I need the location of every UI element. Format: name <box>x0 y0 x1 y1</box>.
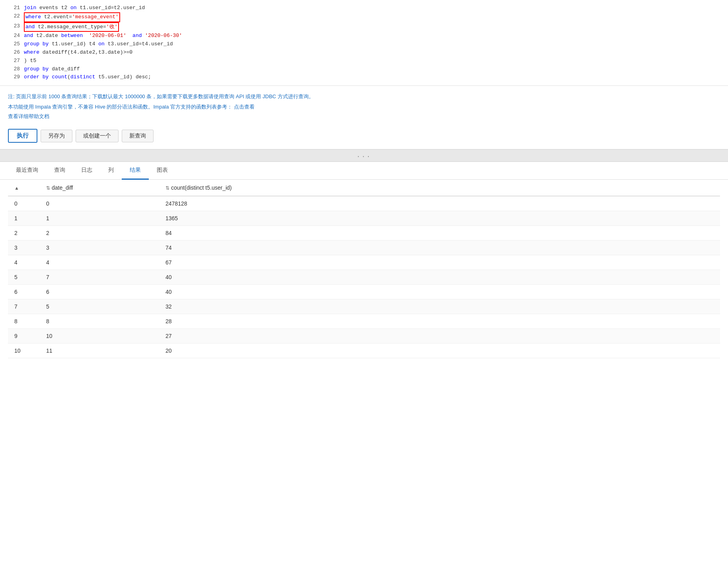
cell-date_diff: 3 <box>40 241 159 255</box>
cell-index: 9 <box>8 329 40 344</box>
sort-icon: ▲ <box>14 185 19 191</box>
column-header-date_diff[interactable]: ⇅date_diff <box>40 180 159 196</box>
cell-date_diff: 4 <box>40 255 159 270</box>
line-content: ) t5 <box>24 57 720 65</box>
tab-结果[interactable]: 结果 <box>122 162 149 180</box>
divider-dots: ... <box>356 152 372 159</box>
line-content: group by t1.user_id) t4 on t3.user_id=t4… <box>24 40 720 49</box>
tab-查询[interactable]: 查询 <box>46 162 73 180</box>
note-line2-text: 本功能使用 Impala 查询引擎，不兼容 Hive 的部分语法和函数。Impa… <box>8 104 232 110</box>
code-line: 27) t5 <box>8 57 720 65</box>
cell-date_diff: 1 <box>40 211 159 226</box>
save-as-button[interactable]: 另存为 <box>41 130 72 142</box>
cell-index: 6 <box>8 285 40 299</box>
table-row: 4467 <box>8 255 720 270</box>
table-row: 6640 <box>8 285 720 299</box>
cell-date_diff: 5 <box>40 299 159 314</box>
line-number: 29 <box>8 73 20 82</box>
code-line: 25group by t1.user_id) t4 on t3.user_id=… <box>8 40 720 49</box>
sort-icon: ⇅ <box>46 185 50 191</box>
cell-date_diff: 7 <box>40 270 159 285</box>
tab-日志[interactable]: 日志 <box>73 162 100 180</box>
resize-divider[interactable]: ... <box>0 149 728 162</box>
table-row: 3374 <box>8 241 720 255</box>
line-number: 22 <box>8 12 20 21</box>
note-line1: 注: 页面只显示前 1000 条查询结果；下载默认最大 1000000 条，如果… <box>8 92 720 101</box>
results-table: ▲⇅date_diff⇅count(distinct t5.user_id) 0… <box>8 180 720 358</box>
cell-index: 2 <box>8 226 40 241</box>
table-row: 7532 <box>8 299 720 314</box>
tab-最近查询[interactable]: 最近查询 <box>8 162 46 180</box>
code-block: 21join events t2 on t1.user_id=t2.user_i… <box>8 4 720 82</box>
impala-functions-link[interactable]: 点击查看 <box>234 104 255 110</box>
cell-date_diff: 8 <box>40 314 159 329</box>
code-line: 26where datediff(t4.date2,t3.date)>=0 <box>8 49 720 57</box>
code-line: 24and t2.date between '2020-06-01' and '… <box>8 32 720 40</box>
note-line2: 本功能使用 Impala 查询引擎，不兼容 Hive 的部分语法和函数。Impa… <box>8 103 720 111</box>
line-content: and t2.date between '2020-06-01' and '20… <box>24 32 720 40</box>
line-number: 25 <box>8 40 20 49</box>
cell-index: 1 <box>8 211 40 226</box>
cell-index: 0 <box>8 196 40 211</box>
line-content: group by date_diff <box>24 65 720 74</box>
code-line: 29order by count(distinct t5.user_id) de… <box>8 73 720 82</box>
code-line: 22where t2.event='message_event' <box>8 12 720 22</box>
cell-count: 74 <box>159 241 720 255</box>
cell-count: 84 <box>159 226 720 241</box>
table-row: 101120 <box>8 344 720 358</box>
table-row: 5740 <box>8 270 720 285</box>
cell-count: 67 <box>159 255 720 270</box>
cell-index: 10 <box>8 344 40 358</box>
or-create-button[interactable]: 或创建一个 <box>76 130 119 142</box>
cell-count: 20 <box>159 344 720 358</box>
cell-date_diff: 2 <box>40 226 159 241</box>
column-header-index[interactable]: ▲ <box>8 180 40 196</box>
toolbar: 执行 另存为 或创建一个 新查询 <box>0 123 728 149</box>
cell-index: 5 <box>8 270 40 285</box>
tab-图表[interactable]: 图表 <box>149 162 176 180</box>
line-content: order by count(distinct t5.user_id) desc… <box>24 73 720 82</box>
cell-count: 40 <box>159 270 720 285</box>
cell-count: 1365 <box>159 211 720 226</box>
cell-index: 7 <box>8 299 40 314</box>
table-row: 111365 <box>8 211 720 226</box>
column-header-count[interactable]: ⇅count(distinct t5.user_id) <box>159 180 720 196</box>
tabs-section: 最近查询查询日志列结果图表 <box>0 162 728 180</box>
help-docs-link[interactable]: 查看详细帮助文档 <box>8 113 49 119</box>
results-section: ▲⇅date_diff⇅count(distinct t5.user_id) 0… <box>0 180 728 358</box>
cell-count: 32 <box>159 299 720 314</box>
line-number: 21 <box>8 4 20 12</box>
cell-count: 28 <box>159 314 720 329</box>
sort-icon: ⇅ <box>165 185 169 191</box>
cell-date_diff: 0 <box>40 196 159 211</box>
line-content: where t2.event='message_event' <box>24 12 720 22</box>
line-number: 23 <box>8 22 20 31</box>
line-number: 27 <box>8 57 20 65</box>
cell-count: 40 <box>159 285 720 299</box>
code-line: 21join events t2 on t1.user_id=t2.user_i… <box>8 4 720 12</box>
table-row: 002478128 <box>8 196 720 211</box>
line-number: 24 <box>8 32 20 40</box>
table-row: 91027 <box>8 329 720 344</box>
cell-index: 3 <box>8 241 40 255</box>
line-content: join events t2 on t1.user_id=t2.user_id <box>24 4 720 12</box>
cell-index: 4 <box>8 255 40 270</box>
cell-count: 27 <box>159 329 720 344</box>
table-row: 8828 <box>8 314 720 329</box>
line-content: where datediff(t4.date2,t3.date)>=0 <box>24 49 720 57</box>
tab-列[interactable]: 列 <box>100 162 122 180</box>
code-line: 28group by date_diff <box>8 65 720 74</box>
line-content: and t2.message_event_type='收' <box>24 22 720 32</box>
cell-date_diff: 6 <box>40 285 159 299</box>
execute-button[interactable]: 执行 <box>8 129 37 143</box>
line-number: 26 <box>8 49 20 57</box>
cell-date_diff: 10 <box>40 329 159 344</box>
table-row: 2284 <box>8 226 720 241</box>
line-number: 28 <box>8 65 20 74</box>
code-line: 23and t2.message_event_type='收' <box>8 22 720 32</box>
code-section: 21join events t2 on t1.user_id=t2.user_i… <box>0 0 728 86</box>
new-query-button[interactable]: 新查询 <box>122 130 154 142</box>
cell-count: 2478128 <box>159 196 720 211</box>
notes-section: 注: 页面只显示前 1000 条查询结果；下载默认最大 1000000 条，如果… <box>0 86 728 120</box>
cell-date_diff: 11 <box>40 344 159 358</box>
